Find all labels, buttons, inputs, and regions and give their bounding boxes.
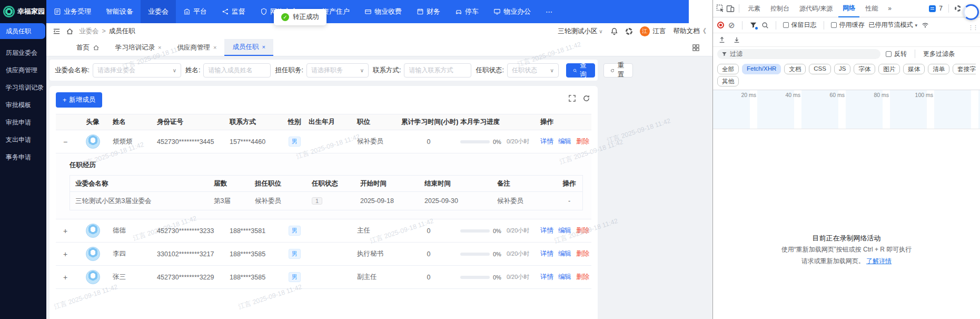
- network-search-icon[interactable]: [761, 22, 769, 29]
- chip-fetch-xhr[interactable]: Fetch/XHR: [742, 64, 781, 74]
- nav-item-property-office[interactable]: 物业办公: [486, 0, 538, 23]
- inspect-element-icon[interactable]: [716, 4, 725, 13]
- close-icon[interactable]: ×: [262, 44, 265, 50]
- preserve-log-checkbox[interactable]: 保留日志: [783, 21, 817, 30]
- export-har-icon[interactable]: [733, 36, 740, 44]
- import-har-icon[interactable]: [718, 36, 726, 44]
- sidebar-item-previous-committees[interactable]: 历届业委会: [0, 44, 46, 62]
- chip-css[interactable]: CSS: [809, 64, 831, 74]
- record-icon[interactable]: [717, 22, 724, 28]
- nav-item-parking[interactable]: 停车: [448, 0, 486, 23]
- edit-link[interactable]: 编辑: [558, 250, 571, 257]
- delete-link[interactable]: 删除: [576, 250, 589, 257]
- detail-link[interactable]: 详情: [540, 273, 553, 281]
- user-avatar[interactable]: 江: [640, 26, 650, 36]
- sidebar-item-member-appointment[interactable]: 成员任职: [0, 23, 45, 39]
- network-conditions-icon[interactable]: [922, 22, 929, 29]
- tab-supplier-management[interactable]: 供应商管理 ×: [169, 39, 224, 56]
- grid-layout-icon[interactable]: [692, 44, 700, 52]
- tab-member-appointment[interactable]: 成员任职 ×: [224, 39, 273, 56]
- edit-link[interactable]: 编辑: [558, 227, 571, 234]
- nav-item-supervision[interactable]: 监督: [214, 0, 253, 23]
- network-overview-timeline[interactable]: 20 ms 40 ms 60 ms 80 ms 100 ms: [713, 90, 980, 129]
- console-messages-icon[interactable]: [929, 5, 936, 12]
- nav-item-business-acceptance[interactable]: 业务受理: [46, 0, 98, 23]
- sidebar-item-approval-templates[interactable]: 审批模板: [0, 96, 46, 114]
- name-input[interactable]: [203, 63, 271, 78]
- throttling-select[interactable]: 已停用节流模式▾: [869, 21, 918, 30]
- contact-input[interactable]: [404, 63, 471, 78]
- filter-funnel-icon[interactable]: [749, 21, 757, 29]
- status-select[interactable]: 任职状态 ∨: [507, 63, 559, 78]
- nav-item-smart-devices[interactable]: 智能设备: [98, 0, 141, 23]
- nav-item-owners-committee[interactable]: 业委会: [141, 0, 176, 23]
- more-filters[interactable]: 更多过滤条: [923, 50, 955, 59]
- detail-link[interactable]: 详情: [540, 138, 553, 145]
- committee-select[interactable]: 请选择业委会 ∨: [93, 63, 181, 78]
- devtools-tab-performance[interactable]: 性能: [861, 0, 882, 17]
- sidebar-item-affairs-requests[interactable]: 事务申请: [0, 149, 46, 166]
- expand-row-toggle[interactable]: +: [58, 227, 73, 235]
- help-docs-link[interactable]: 帮助文档《: [674, 27, 707, 36]
- chip-socket[interactable]: 套接字: [953, 64, 976, 74]
- app-logo[interactable]: 幸福家园: [0, 0, 46, 23]
- chip-js[interactable]: JS: [834, 64, 850, 74]
- invert-filter-checkbox[interactable]: 反转: [886, 50, 907, 59]
- chip-manifest[interactable]: 清单: [928, 64, 949, 74]
- tab-overflow-icon[interactable]: »: [884, 0, 896, 17]
- community-selector[interactable]: 三轮测试小区∨: [558, 27, 602, 36]
- position-select[interactable]: 请选择职务 ∨: [306, 63, 369, 78]
- collapse-menu-icon[interactable]: [53, 27, 61, 35]
- chip-other[interactable]: 其他: [717, 76, 739, 86]
- username[interactable]: 江言: [653, 27, 666, 36]
- close-icon[interactable]: ×: [158, 44, 161, 51]
- delete-link[interactable]: 删除: [576, 138, 589, 145]
- chip-media[interactable]: 媒体: [903, 64, 925, 74]
- devtools-tab-console[interactable]: 控制台: [766, 0, 794, 17]
- chip-all[interactable]: 全部: [717, 64, 739, 74]
- home-icon[interactable]: [66, 27, 74, 35]
- bell-icon[interactable]: [610, 27, 618, 35]
- sidebar-item-training-records[interactable]: 学习培训记录: [0, 79, 46, 96]
- sidebar-item-supplier-management[interactable]: 供应商管理: [0, 62, 46, 79]
- detail-link[interactable]: 详情: [540, 227, 553, 234]
- nav-item-finance[interactable]: 财务: [409, 0, 448, 23]
- edit-link[interactable]: 编辑: [558, 273, 571, 281]
- drag-handle-icon[interactable]: ⋮⋮: [968, 24, 977, 31]
- edit-link[interactable]: 编辑: [558, 138, 571, 145]
- devtools-tab-elements[interactable]: 元素: [744, 0, 765, 17]
- collapse-row-toggle[interactable]: −: [58, 138, 73, 146]
- expand-row-toggle[interactable]: +: [58, 273, 73, 282]
- tab-training-records[interactable]: 学习培训记录 ×: [107, 39, 169, 56]
- floating-extension-bubble[interactable]: [963, 4, 979, 20]
- sidebar-item-approval-requests[interactable]: 审批申请: [0, 114, 46, 131]
- delete-link[interactable]: 删除: [576, 273, 589, 281]
- refresh-table-icon[interactable]: [582, 94, 590, 102]
- expand-row-toggle[interactable]: +: [58, 250, 73, 258]
- clear-icon[interactable]: ⊘: [728, 21, 735, 29]
- devtools-settings-icon[interactable]: [955, 5, 961, 12]
- add-member-button[interactable]: + 新增成员: [56, 92, 102, 108]
- device-toolbar-icon[interactable]: [726, 4, 735, 13]
- chip-font[interactable]: 字体: [854, 64, 875, 74]
- tab-home[interactable]: 首页: [68, 39, 107, 56]
- fullscreen-icon[interactable]: [568, 94, 576, 102]
- nav-overflow-more[interactable]: ⋯: [538, 0, 561, 23]
- filter-input-pill[interactable]: [717, 49, 880, 59]
- search-button[interactable]: 查询: [566, 63, 596, 78]
- chip-img[interactable]: 图片: [878, 64, 900, 74]
- disable-cache-checkbox[interactable]: 停用缓存: [831, 21, 865, 30]
- nav-item-property-fees[interactable]: 物业收费: [357, 0, 409, 23]
- close-icon[interactable]: ×: [213, 44, 216, 51]
- chip-doc[interactable]: 文档: [784, 64, 806, 74]
- network-filter-input[interactable]: [730, 50, 876, 57]
- detail-link[interactable]: 详情: [540, 250, 553, 257]
- breadcrumb-parent[interactable]: 业委会: [79, 27, 99, 36]
- devtools-tab-network[interactable]: 网络: [838, 0, 859, 17]
- nav-item-platform[interactable]: 平台: [176, 0, 214, 23]
- delete-link[interactable]: 删除: [576, 227, 589, 234]
- devtools-tab-sources[interactable]: 源代码/来源: [795, 0, 837, 17]
- sidebar-item-expense-requests[interactable]: 支出申请: [0, 131, 46, 149]
- settings-gear-icon[interactable]: [626, 28, 632, 35]
- learn-more-link[interactable]: 了解详情: [866, 257, 892, 265]
